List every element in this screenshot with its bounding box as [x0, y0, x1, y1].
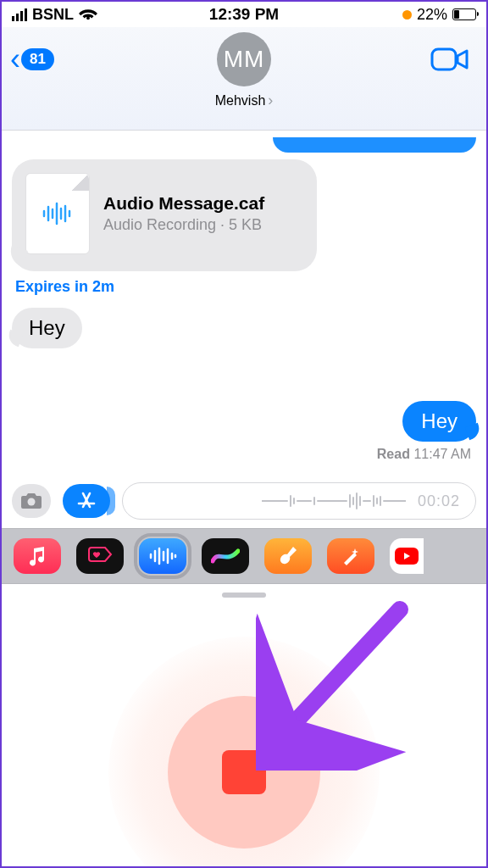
fitness-app-icon[interactable]	[76, 538, 124, 574]
music-note-icon	[28, 546, 47, 566]
brush-stroke-icon	[211, 548, 240, 565]
svg-rect-0	[432, 49, 456, 70]
chevron-right-icon: ›	[268, 92, 273, 109]
stop-recording-button[interactable]	[222, 750, 266, 794]
video-camera-icon	[430, 46, 469, 73]
compose-bar: 00:02	[2, 482, 486, 528]
recording-timer: 00:02	[418, 492, 460, 510]
status-bar: BSNL 12:39 PM 22%	[2, 2, 486, 27]
previous-sent-bubble	[12, 137, 476, 153]
app-drawer[interactable]	[2, 528, 486, 584]
audio-attachment-bubble[interactable]: Audio Message.caf Audio Recording · 5 KB	[12, 159, 317, 271]
heart-tag-icon	[87, 547, 113, 565]
app-store-button[interactable]	[63, 484, 110, 518]
expiry-label: Expires in 2m	[15, 278, 473, 296]
guitar-icon	[278, 545, 298, 567]
contact-name: Mehvish	[215, 93, 266, 108]
compose-field[interactable]: 00:02	[122, 482, 476, 520]
sparkle-wand-icon	[341, 546, 361, 566]
waveform-icon	[148, 547, 177, 565]
contact-avatar[interactable]: MM	[217, 32, 271, 86]
conversation-header: ‹ 81 MM Mehvish ›	[2, 27, 486, 131]
memoji-app-icon[interactable]	[327, 538, 374, 574]
svg-point-8	[28, 498, 36, 506]
outgoing-message-bubble[interactable]: Hey	[402, 401, 476, 442]
battery-percent: 22%	[417, 6, 447, 24]
carrier-label: BSNL	[32, 6, 74, 24]
audio-messages-app-icon[interactable]	[139, 538, 186, 574]
attachment-title: Audio Message.caf	[103, 193, 264, 214]
audio-recording-panel	[2, 593, 486, 868]
conversation-scroll[interactable]: Audio Message.caf Audio Recording · 5 KB…	[2, 131, 486, 462]
youtube-app-icon[interactable]	[390, 538, 424, 574]
recording-waveform-icon	[262, 490, 406, 512]
cellular-signal-icon	[12, 8, 27, 21]
incoming-message-bubble[interactable]: Hey	[12, 308, 82, 348]
facetime-button[interactable]	[430, 46, 469, 73]
drawer-handle[interactable]	[222, 593, 266, 598]
garageband-app-icon[interactable]	[264, 538, 312, 574]
app-store-icon	[75, 490, 97, 512]
wifi-icon	[79, 8, 97, 21]
file-thumbnail	[25, 173, 90, 254]
camera-icon	[19, 492, 43, 510]
camera-button[interactable]	[12, 484, 51, 518]
mic-indicator-dot-icon	[402, 10, 412, 19]
digital-touch-app-icon[interactable]	[202, 538, 249, 574]
back-button[interactable]: ‹ 81	[10, 44, 54, 75]
attachment-subtitle: Audio Recording · 5 KB	[103, 215, 264, 235]
waveform-icon	[41, 202, 75, 225]
chevron-left-icon: ‹	[10, 44, 20, 75]
unread-badge: 81	[21, 48, 54, 70]
contact-name-button[interactable]: Mehvish ›	[215, 92, 274, 109]
youtube-icon	[394, 547, 419, 565]
music-app-icon[interactable]	[14, 538, 61, 574]
read-receipt: Read 11:47 AM	[12, 447, 476, 462]
battery-icon	[452, 8, 476, 20]
